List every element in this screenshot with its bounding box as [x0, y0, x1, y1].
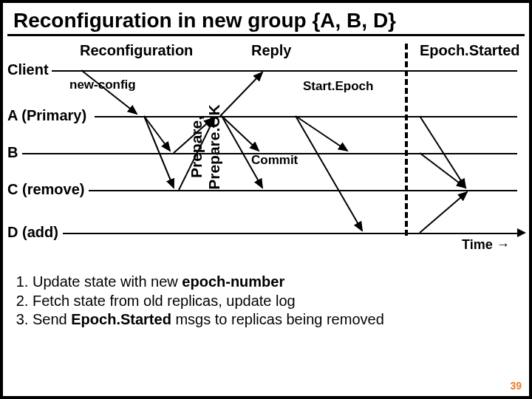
- svg-line-10: [420, 116, 466, 188]
- svg-line-7: [222, 116, 262, 188]
- svg-line-6: [222, 116, 259, 151]
- step-3: Send Epoch.Started msgs to replicas bein…: [33, 310, 520, 330]
- svg-line-9: [296, 116, 362, 231]
- svg-line-8: [296, 116, 347, 151]
- svg-line-3: [174, 118, 213, 153]
- svg-line-5: [220, 72, 262, 116]
- svg-line-4: [179, 118, 214, 190]
- svg-line-12: [420, 192, 467, 233]
- step-2: Fetch state from old replicas, update lo…: [33, 292, 520, 311]
- message-arrows: [7, 39, 525, 239]
- slide-title: Reconfiguration in new group {A, B, D}: [7, 3, 525, 36]
- step-1: Update state with new epoch-number: [33, 273, 520, 292]
- svg-line-0: [81, 70, 137, 114]
- svg-line-2: [144, 116, 174, 188]
- svg-line-11: [420, 153, 466, 188]
- time-label: Time →: [462, 237, 510, 253]
- timeline-diagram: Reconfiguration Reply Epoch.Started Clie…: [7, 39, 525, 268]
- page-number: 39: [510, 380, 522, 392]
- steps-list: Update state with new epoch-number Fetch…: [3, 268, 529, 330]
